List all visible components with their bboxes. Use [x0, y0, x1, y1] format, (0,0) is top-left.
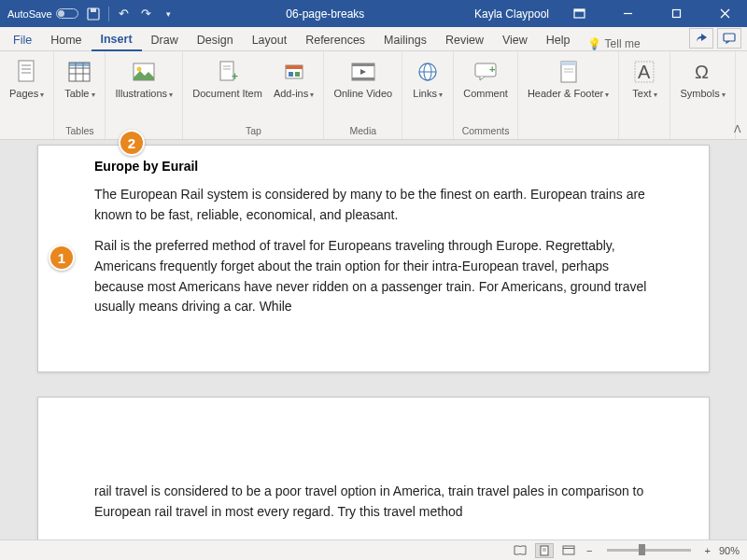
- tab-home[interactable]: Home: [41, 29, 91, 50]
- symbols-icon: Ω: [689, 58, 717, 86]
- svg-rect-28: [295, 72, 300, 77]
- close-button[interactable]: [706, 0, 743, 27]
- svg-point-20: [137, 67, 142, 72]
- comments-button[interactable]: [717, 28, 741, 49]
- callout-2: 2: [119, 130, 145, 156]
- document-item-button[interactable]: + Document Item: [189, 56, 266, 102]
- header-footer-label: Header & Footer: [528, 88, 610, 100]
- table-icon: [65, 58, 93, 86]
- addins-label: Add-ins: [274, 88, 315, 100]
- save-icon[interactable]: [86, 7, 101, 21]
- zoom-out-button[interactable]: −: [584, 545, 595, 556]
- qat-customize-icon[interactable]: ▾: [162, 7, 176, 21]
- document-item-icon: +: [214, 58, 242, 86]
- text-group-label: [643, 125, 646, 139]
- svg-rect-18: [69, 63, 90, 66]
- autosave-toggle[interactable]: [56, 8, 78, 19]
- links-icon: [414, 58, 442, 86]
- redo-icon[interactable]: ↷: [139, 7, 154, 21]
- text-label: Text: [632, 88, 656, 100]
- tab-layout[interactable]: Layout: [243, 29, 297, 50]
- print-layout-icon[interactable]: [535, 543, 554, 558]
- tab-file[interactable]: File: [4, 29, 41, 50]
- addins-button[interactable]: Add-ins: [270, 56, 318, 102]
- document-page-2[interactable]: rail travel is considered to be a poor t…: [37, 397, 710, 539]
- ribbon-display-icon[interactable]: [560, 0, 598, 27]
- web-layout-icon[interactable]: [559, 543, 578, 558]
- comments-group-label: Comments: [462, 125, 510, 139]
- svg-rect-30: [352, 63, 374, 66]
- comment-label: Comment: [463, 88, 508, 100]
- online-video-button[interactable]: Online Video: [330, 56, 396, 102]
- svg-rect-8: [724, 34, 735, 41]
- svg-rect-27: [289, 72, 293, 77]
- tab-review[interactable]: Review: [436, 29, 493, 50]
- pages-group-label: [25, 125, 28, 139]
- qat-separator: [108, 7, 109, 21]
- comment-button[interactable]: + Comment: [459, 56, 512, 102]
- tab-help[interactable]: Help: [537, 29, 580, 50]
- tab-design[interactable]: Design: [188, 29, 243, 50]
- symbols-button[interactable]: Ω Symbols: [676, 56, 728, 102]
- illustrations-label: Illustrations: [115, 88, 173, 100]
- text-button[interactable]: A Text: [625, 56, 664, 102]
- read-mode-icon[interactable]: [511, 543, 529, 558]
- tab-references[interactable]: References: [296, 29, 374, 50]
- collapse-ribbon-icon[interactable]: ᐱ: [734, 123, 741, 135]
- tab-insert[interactable]: Insert: [92, 28, 142, 51]
- svg-rect-1: [91, 8, 96, 12]
- document-title: 06-page-breaks: [176, 7, 474, 21]
- online-video-label: Online Video: [333, 88, 392, 100]
- tab-view[interactable]: View: [493, 29, 537, 50]
- pages-label: Pages: [9, 88, 44, 100]
- header-footer-button[interactable]: Header & Footer: [524, 56, 613, 102]
- undo-icon[interactable]: ↶: [117, 7, 132, 21]
- svg-text:+: +: [489, 63, 495, 75]
- minimize-button[interactable]: [609, 0, 646, 27]
- doc-paragraph[interactable]: Rail is the preferred method of travel f…: [94, 236, 653, 317]
- doc-paragraph[interactable]: rail travel is considered to be a poor t…: [94, 482, 653, 522]
- svg-text:A: A: [638, 62, 651, 82]
- document-page-1[interactable]: Europe by Eurail The European Rail syste…: [37, 145, 710, 372]
- links-group-label: [427, 125, 430, 139]
- document-item-label: Document Item: [192, 88, 262, 100]
- maximize-button[interactable]: [657, 0, 695, 27]
- svg-rect-3: [574, 9, 585, 12]
- zoom-slider[interactable]: [607, 549, 691, 552]
- tab-mailings[interactable]: Mailings: [374, 29, 436, 50]
- table-button[interactable]: Table: [60, 56, 99, 102]
- svg-text:+: +: [232, 70, 238, 83]
- zoom-level[interactable]: 90%: [719, 545, 740, 556]
- media-group-label: Media: [350, 125, 377, 139]
- tables-group-label: Tables: [65, 125, 93, 139]
- table-label: Table: [64, 88, 95, 100]
- links-label: Links: [413, 88, 443, 100]
- illustrations-button[interactable]: Illustrations: [111, 56, 176, 102]
- svg-rect-5: [672, 10, 680, 18]
- online-video-icon: [349, 58, 377, 86]
- addins-icon: [280, 58, 308, 86]
- symbols-label: Symbols: [680, 88, 725, 100]
- svg-rect-26: [286, 65, 303, 69]
- header-footer-group-label: [567, 125, 570, 139]
- lightbulb-icon: 💡: [587, 37, 601, 50]
- callout-1: 1: [49, 245, 75, 271]
- text-icon: A: [630, 58, 658, 86]
- svg-text:Ω: Ω: [695, 62, 709, 82]
- header-footer-icon: [555, 58, 583, 86]
- tap-group-label: Tap: [246, 125, 261, 139]
- tab-draw[interactable]: Draw: [142, 29, 188, 50]
- svg-rect-9: [19, 61, 34, 81]
- pages-button[interactable]: Pages: [6, 56, 48, 102]
- tell-me-search[interactable]: 💡 Tell me: [580, 37, 648, 50]
- links-button[interactable]: Links: [408, 56, 447, 102]
- zoom-in-button[interactable]: +: [702, 545, 713, 556]
- doc-heading[interactable]: Europe by Eurail: [94, 159, 653, 174]
- autosave-label: AutoSave: [7, 8, 52, 20]
- share-button[interactable]: [689, 28, 713, 49]
- symbols-group-label: [701, 125, 704, 139]
- pages-icon: [13, 58, 41, 86]
- svg-rect-38: [561, 62, 576, 65]
- user-name[interactable]: Kayla Claypool: [474, 7, 549, 21]
- doc-paragraph[interactable]: The European Rail system is considered b…: [94, 185, 653, 225]
